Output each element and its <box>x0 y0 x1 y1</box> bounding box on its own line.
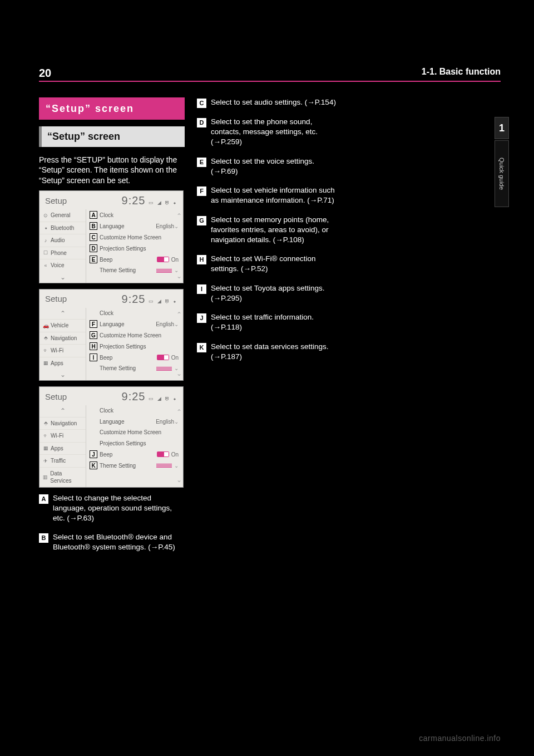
screenshot-title: Setup <box>45 391 67 402</box>
scroll-up-icon[interactable]: ⌃ <box>176 408 182 416</box>
settings-row[interactable]: IBeepOn <box>86 352 183 363</box>
screenshots-container: Setup9:25▭ ◢ ⛨ ⬥⊙General⬥Bluetooth♪Audio… <box>39 190 185 487</box>
menu-icon: ⬥ <box>43 224 48 231</box>
sidebar-item[interactable]: «Voice <box>39 259 86 272</box>
sidebar-item[interactable]: ✈Traffic <box>39 454 86 467</box>
clock-label: 9:25 <box>122 292 146 307</box>
status-icons: ▭ ◢ ⛨ ⬥ <box>149 395 177 402</box>
menu-icon: ᯤ <box>43 433 48 439</box>
screenshot-main: AClockBLanguageEnglish ⌄CCustomize Home … <box>86 209 183 283</box>
callout-marker: G <box>197 216 206 225</box>
settings-row[interactable]: Clock <box>86 308 183 319</box>
scroll-up-icon[interactable]: ⌃ <box>39 308 86 319</box>
scroll-down-icon[interactable]: ⌄ <box>39 272 86 283</box>
sidebar-item[interactable]: ▦Apps <box>39 357 86 370</box>
settings-row[interactable]: Projection Settings <box>86 438 183 449</box>
settings-row[interactable]: JBeepOn <box>86 449 183 460</box>
scrollbar[interactable]: ⌃⌄ <box>176 408 182 484</box>
callout-item: KSelect to set data services settings. (… <box>197 342 343 362</box>
sidebar-item-label: Audio <box>51 237 65 244</box>
scrollbar[interactable]: ⌃⌄ <box>176 310 182 378</box>
settings-row-label: Theme Setting <box>100 462 154 470</box>
sidebar-item-label: Apps <box>51 360 63 367</box>
settings-row[interactable]: Theme Setting ⌄ <box>86 363 183 374</box>
callout-marker: F <box>90 320 97 328</box>
settings-row[interactable]: GCustomize Home Screen <box>86 330 183 341</box>
menu-icon: ▦ <box>43 360 48 366</box>
sidebar-item-label: Navigation <box>51 335 77 342</box>
scrollbar[interactable]: ⌃⌄ <box>176 212 182 281</box>
chapter-label: 1-1. Basic function <box>422 66 501 78</box>
sidebar-item[interactable]: ▦Apps <box>39 442 86 455</box>
sidebar-item[interactable]: ᯤWi-Fi <box>39 344 86 357</box>
settings-row-label: Projection Settings <box>100 245 179 253</box>
toggle-switch[interactable] <box>157 451 169 457</box>
menu-icon: ᯤ <box>43 347 48 354</box>
settings-row[interactable]: Theme Setting ⌄ <box>86 265 183 276</box>
sidebar-item[interactable]: ☐Phone <box>39 247 86 259</box>
scroll-up-icon[interactable]: ⌃ <box>176 212 182 220</box>
sidebar-item[interactable]: 🚗Vehicle <box>39 319 86 332</box>
settings-row[interactable]: Customize Home Screen <box>86 427 183 438</box>
sidebar-item[interactable]: ♪Audio <box>39 234 86 247</box>
sidebar-item[interactable]: ⬘Navigation <box>39 417 86 430</box>
settings-row[interactable]: FLanguageEnglish ⌄ <box>86 318 183 330</box>
callout-marker: J <box>197 313 206 323</box>
screenshot-sidebar: ⊙General⬥Bluetooth♪Audio☐Phone«Voice⌄ <box>39 209 86 283</box>
menu-icon: ✈ <box>43 458 48 464</box>
callout-description: Select to set Bluetooth® device and Blue… <box>53 532 185 552</box>
settings-row[interactable]: LanguageEnglish ⌄ <box>86 416 183 428</box>
callout-marker: E <box>90 256 97 263</box>
settings-row[interactable]: HProjection Settings <box>86 341 183 352</box>
callout-marker: F <box>197 186 206 196</box>
callout-item: ISelect to set Toyota apps settings. (→P… <box>197 283 343 303</box>
toggle-switch[interactable] <box>157 257 169 262</box>
sidebar-item[interactable]: ᯤWi-Fi <box>39 429 86 442</box>
sidebar-item[interactable]: ▥Data Services <box>39 467 86 487</box>
toggle-switch[interactable] <box>157 355 169 360</box>
settings-row-label: Theme Setting <box>100 267 154 274</box>
settings-row-label: Projection Settings <box>100 440 179 448</box>
sidebar-item-label: Data Services <box>50 470 82 485</box>
settings-row[interactable]: BLanguageEnglish ⌄ <box>86 220 183 232</box>
settings-row[interactable]: KTheme Setting ⌄ <box>86 460 183 471</box>
scroll-down-icon[interactable]: ⌄ <box>176 272 182 281</box>
sidebar-item-label: Voice <box>51 262 64 269</box>
callout-description: Select to set the voice settings. (→P.69… <box>211 156 343 176</box>
callout-description: Select to set data services settings. (→… <box>211 342 343 362</box>
sidebar-item-label: Vehicle <box>51 322 68 330</box>
callout-item: BSelect to set Bluetooth® device and Blu… <box>39 532 185 552</box>
settings-row[interactable]: DProjection Settings <box>86 243 183 254</box>
section-title-banner: “Setup” screen <box>39 97 185 120</box>
theme-swatch-icon <box>156 269 172 273</box>
menu-icon: ⬘ <box>43 420 48 426</box>
sidebar-item[interactable]: ⬘Navigation <box>39 332 86 345</box>
theme-swatch-icon <box>156 464 172 468</box>
intro-paragraph: Press the “SETUP” button to display the … <box>39 155 185 186</box>
settings-row[interactable]: Clock <box>86 405 183 416</box>
scroll-down-icon[interactable]: ⌄ <box>39 369 86 380</box>
sidebar-item-label: Traffic <box>51 457 66 465</box>
callout-item: HSelect to set Wi-Fi® connection setting… <box>197 254 343 274</box>
settings-row[interactable]: AClock <box>86 209 183 220</box>
sidebar-item[interactable]: ⊙General <box>39 209 86 222</box>
scroll-up-icon[interactable]: ⌃ <box>39 405 86 416</box>
settings-row-label: Customize Home Screen <box>100 234 179 242</box>
settings-row[interactable]: CCustomize Home Screen <box>86 232 183 243</box>
menu-icon: ♪ <box>43 237 48 244</box>
sidebar-item-label: Phone <box>51 249 67 257</box>
settings-row[interactable]: EBeepOn <box>86 254 183 265</box>
callout-item: ESelect to set the voice settings. (→P.6… <box>197 156 343 176</box>
scroll-down-icon[interactable]: ⌄ <box>176 369 182 378</box>
menu-icon: ▥ <box>43 474 48 480</box>
page-number: 20 <box>39 66 51 81</box>
settings-row-label: Customize Home Screen <box>100 332 179 340</box>
theme-swatch-icon <box>156 367 172 371</box>
scroll-down-icon[interactable]: ⌄ <box>176 475 182 484</box>
callout-marker: B <box>90 222 97 230</box>
scroll-up-icon[interactable]: ⌃ <box>176 310 182 319</box>
screenshot-title: Setup <box>45 195 67 207</box>
sidebar-item[interactable]: ⬥Bluetooth <box>39 222 86 234</box>
sidebar-item-label: Wi-Fi <box>51 347 63 355</box>
sidebar-item-label: Bluetooth <box>51 224 74 232</box>
